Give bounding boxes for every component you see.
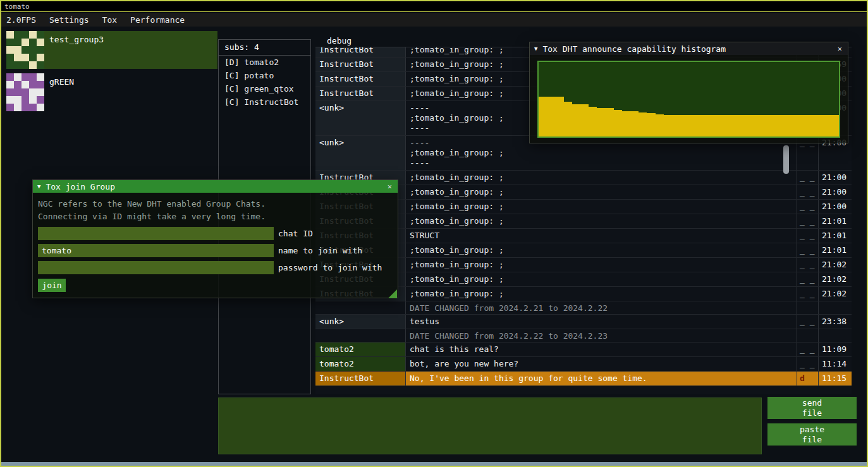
message-time: 11:09 [819, 343, 852, 356]
group-item-gREEN[interactable]: gREEN [6, 73, 217, 111]
avatar-pixel [14, 39, 21, 46]
histogram-bar [630, 111, 639, 136]
message-row[interactable]: <unk>testus_ _23:38 [315, 315, 852, 329]
close-icon[interactable]: ✕ [836, 44, 843, 53]
message-text: testus [406, 315, 797, 329]
collapse-arrow-icon[interactable]: ▼ [37, 183, 40, 190]
collapse-arrow-icon[interactable]: ▼ [534, 45, 537, 52]
menu-settings[interactable]: Settings [49, 15, 89, 25]
group-label-wrap: test_group3 [44, 31, 217, 69]
join-name-label: name to join with [278, 246, 362, 255]
avatar-pixel [29, 39, 37, 46]
avatar-pixel [29, 61, 37, 69]
avatar-pixel [6, 88, 14, 96]
message-row[interactable]: tomato2chat is this real?_ _11:09 [315, 343, 852, 357]
message-text: No, I've been in this group for quite so… [406, 372, 797, 385]
group-name: test_group3 [49, 35, 104, 44]
message-flags: _ _ [797, 200, 819, 214]
avatar-pixel [37, 61, 44, 69]
message-text: ;tomato_in_group: ; [406, 258, 797, 272]
histogram-bar [564, 102, 572, 136]
join-password-field[interactable] [38, 261, 274, 274]
message-author: InstructBot [315, 47, 406, 57]
message-time: 21:00 [819, 171, 852, 185]
avatar-pixel [37, 81, 44, 88]
histogram-bar [572, 104, 580, 136]
avatar-pixel [21, 81, 29, 88]
message-author: <unk> [315, 315, 406, 329]
join-group-titlebar[interactable]: ▼ Tox join Group ✕ [33, 180, 398, 193]
message-flags: _ _ [797, 315, 819, 329]
menu-performance[interactable]: Performance [130, 15, 185, 25]
join-group-title: Tox join Group [46, 182, 115, 191]
message-flags: _ _ [797, 357, 819, 371]
message-flags: _ _ [797, 229, 819, 243]
dht-histogram-body [530, 55, 848, 143]
histogram-bar [589, 107, 597, 136]
message-text: ;tomato_in_group: ; [406, 243, 797, 257]
tab-debug[interactable]: debug [327, 36, 351, 45]
histogram-bar [814, 115, 822, 136]
message-author: InstructBot [315, 58, 406, 71]
avatar-pixel [29, 88, 37, 96]
histogram-bar [772, 115, 780, 136]
message-text: bot, are you new here? [406, 357, 797, 371]
avatar-pixel [6, 39, 14, 46]
menu-tox[interactable]: Tox [102, 15, 117, 25]
titlebar[interactable]: tomato [1, 1, 867, 12]
message-time: 11:14 [819, 357, 852, 371]
avatar-pixel [29, 54, 37, 61]
dht-histogram-plot [537, 61, 840, 138]
message-time [819, 301, 852, 314]
avatar-pixel [37, 39, 44, 46]
message-flags: _ _ [797, 258, 819, 272]
histogram-bar [797, 115, 805, 136]
avatar-pixel [6, 54, 14, 61]
histogram-bar [680, 115, 688, 136]
chat-id-field[interactable] [38, 227, 274, 240]
join-button[interactable]: join [38, 279, 66, 292]
message-author: tomato2 [315, 357, 406, 371]
avatar-pixel [37, 54, 44, 61]
avatar-pixel [29, 104, 37, 111]
message-flags [797, 329, 819, 342]
message-row[interactable]: tomato2bot, are you new here?_ _11:14 [315, 357, 852, 372]
join-name-field[interactable] [38, 244, 274, 257]
histogram-bar [622, 111, 630, 136]
histogram-bar [706, 115, 714, 136]
subs-member[interactable]: [D] tomato2 [219, 56, 310, 69]
message-input[interactable] [218, 397, 762, 454]
avatar-pixel [37, 96, 44, 104]
histogram-bar [656, 114, 664, 136]
message-text: ;tomato_in_group: ; [406, 272, 797, 286]
avatar-pixel [14, 46, 21, 54]
avatar-pixel [6, 81, 14, 88]
message-row[interactable]: InstructBotNo, I've been in this group f… [315, 372, 852, 386]
subs-member[interactable]: [C] green_qtox [219, 82, 310, 95]
avatar-pixel [29, 73, 37, 81]
histogram-bar [597, 108, 605, 136]
subs-member[interactable]: [C] potato [219, 69, 310, 82]
histogram-bar [730, 115, 738, 136]
message-time [819, 329, 852, 342]
message-text: chat is this real? [406, 343, 797, 356]
message-text: ;tomato_in_group: ; [406, 200, 797, 214]
group-item-test_group3[interactable]: test_group3 [6, 31, 217, 69]
app-window: tomato 2.0FPS Settings Tox Performance t… [0, 0, 868, 467]
group-avatar [6, 73, 44, 111]
histogram-bar [714, 115, 722, 136]
message-time: 21:02 [819, 258, 852, 272]
chat-scrollbar[interactable] [783, 145, 789, 174]
histogram-bar [555, 97, 563, 136]
subs-member[interactable]: [C] InstructBot [219, 95, 310, 109]
resize-grip[interactable] [388, 289, 397, 298]
subs-header: subs: 4 [219, 40, 310, 56]
avatar-pixel [37, 31, 44, 39]
avatar-pixel [29, 96, 37, 104]
close-icon[interactable]: ✕ [386, 182, 393, 191]
avatar-pixel [21, 96, 29, 104]
dht-histogram-titlebar[interactable]: ▼ Tox DHT announce capability histogram … [530, 42, 848, 55]
send-file-button[interactable]: send file [767, 397, 857, 419]
date-changed-text: DATE CHANGED from 2024.2.22 to 2024.2.23 [406, 329, 797, 342]
paste-file-button[interactable]: paste file [767, 423, 857, 446]
